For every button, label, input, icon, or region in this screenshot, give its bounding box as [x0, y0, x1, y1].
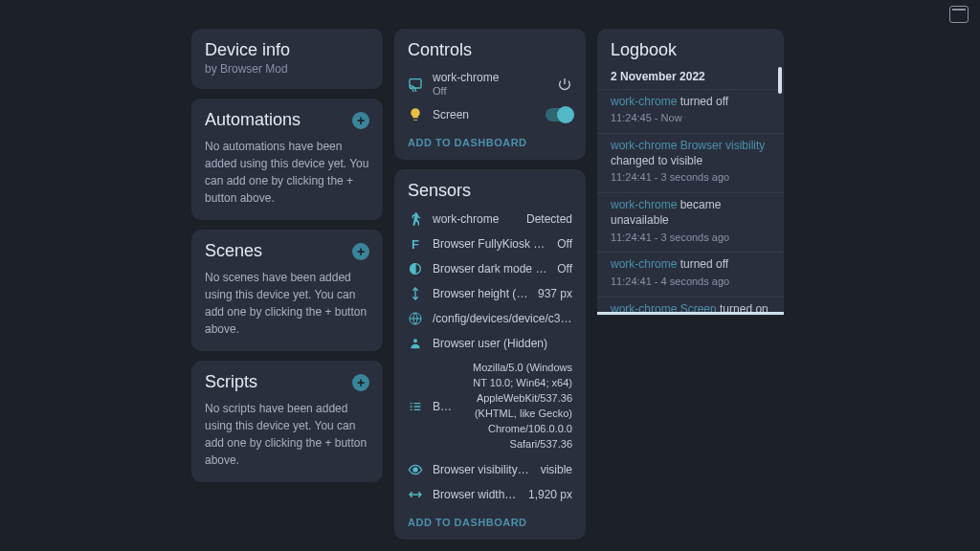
sensor-row[interactable]: Br... Mozilla/5.0 (Windows NT 10.0; Win6…	[394, 356, 586, 457]
automations-title: Automations	[205, 110, 301, 130]
logbook-entry[interactable]: work-chrome turned off11:24:41 - 4 secon…	[597, 252, 784, 296]
date-range-icon[interactable]	[949, 6, 969, 23]
sensor-row[interactable]: F Browser FullyKiosk (Hidden) Off	[394, 231, 586, 256]
sensor-row[interactable]: Browser user (Hidden)	[394, 331, 586, 356]
globe-icon	[408, 311, 423, 326]
add-scene-button[interactable]: +	[352, 243, 369, 260]
scenes-title: Scenes	[205, 241, 262, 261]
device-info-title: Device info	[205, 40, 369, 60]
automations-empty-text: No automations have been added using thi…	[205, 138, 369, 207]
controls-card: Controls work-chrome Off Screen	[394, 29, 586, 160]
device-info-card: Device info by Browser Mod	[191, 29, 383, 89]
logbook-entity-link[interactable]: work-chrome	[611, 198, 677, 211]
sensor-row[interactable]: Browser width (Hidden) 1,920 px	[394, 482, 586, 507]
sensor-row[interactable]: work-chrome Detected	[394, 207, 586, 231]
logbook-entry[interactable]: work-chrome Browser visibility changed t…	[597, 133, 784, 192]
control-state: Off	[433, 85, 446, 97]
controls-add-dashboard-button[interactable]: ADD TO DASHBOARD	[394, 127, 586, 150]
controls-title: Controls	[394, 40, 586, 66]
logbook-scrollbar[interactable]	[778, 67, 782, 94]
scripts-empty-text: No scripts have been added using this de…	[205, 400, 369, 469]
logbook-entity-link[interactable]: work-chrome Browser visibility	[611, 139, 765, 152]
arrow-vertical-icon	[408, 286, 423, 301]
scenes-empty-text: No scenes have been added using this dev…	[205, 269, 369, 338]
letter-f-icon: F	[408, 236, 423, 252]
logbook-bottom-scrollbar[interactable]	[597, 312, 784, 315]
add-script-button[interactable]: +	[352, 374, 369, 391]
theme-icon	[408, 261, 423, 276]
svg-rect-0	[410, 79, 421, 88]
motion-icon	[408, 211, 423, 227]
sensors-add-dashboard-button[interactable]: ADD TO DASHBOARD	[394, 507, 586, 530]
sensor-row[interactable]: Browser visibility (Hidden) visible	[394, 457, 586, 482]
svg-point-4	[413, 339, 417, 342]
sensors-title: Sensors	[394, 181, 586, 207]
logbook-timestamp: 11:24:41 - 3 seconds ago	[611, 170, 770, 185]
lightbulb-icon	[408, 107, 423, 122]
sensor-row[interactable]: Browser height (Hidden) 937 px	[394, 281, 586, 306]
logbook-timestamp: 11:24:45 - Now	[611, 111, 770, 125]
logbook-entity-link[interactable]: work-chrome	[611, 95, 677, 108]
screen-toggle[interactable]	[546, 108, 572, 121]
scripts-title: Scripts	[205, 372, 257, 392]
logbook-card: Logbook 2 November 2022 work-chrome turn…	[597, 29, 784, 316]
list-icon	[408, 399, 423, 414]
sensor-row[interactable]: Browser dark mode (Hidden) Off	[394, 256, 586, 281]
scenes-card: Scenes + No scenes have been added using…	[191, 230, 383, 351]
add-automation-button[interactable]: +	[352, 112, 369, 129]
logbook-entry[interactable]: work-chrome became unavailable11:24:41 -…	[597, 192, 784, 252]
sensor-row[interactable]: /config/devices/device/c3085a0c7861	[394, 306, 586, 331]
logbook-title: Logbook	[597, 40, 784, 68]
power-icon[interactable]	[557, 77, 572, 92]
scripts-card: Scripts + No scripts have been added usi…	[191, 361, 383, 482]
sensors-card: Sensors work-chrome Detected F Browser F…	[394, 169, 586, 540]
control-row-screen[interactable]: Screen	[394, 102, 586, 127]
logbook-timestamp: 11:24:41 - 4 seconds ago	[611, 275, 770, 289]
control-name: work-chrome	[433, 71, 547, 84]
automations-card: Automations + No automations have been a…	[191, 99, 383, 220]
logbook-date: 2 November 2022	[597, 68, 784, 89]
logbook-timestamp: 11:24:41 - 3 seconds ago	[611, 231, 770, 245]
logbook-entity-link[interactable]: work-chrome	[611, 257, 677, 271]
person-icon	[408, 336, 423, 351]
eye-icon	[408, 462, 423, 477]
arrow-horizontal-icon	[408, 487, 423, 502]
device-info-subtitle: by Browser Mod	[205, 62, 369, 76]
control-row-work-chrome[interactable]: work-chrome Off	[394, 66, 586, 102]
cast-icon	[408, 77, 423, 92]
svg-point-5	[413, 468, 417, 472]
logbook-entry[interactable]: work-chrome turned off11:24:45 - Now	[597, 89, 784, 133]
control-name: Screen	[433, 108, 536, 121]
